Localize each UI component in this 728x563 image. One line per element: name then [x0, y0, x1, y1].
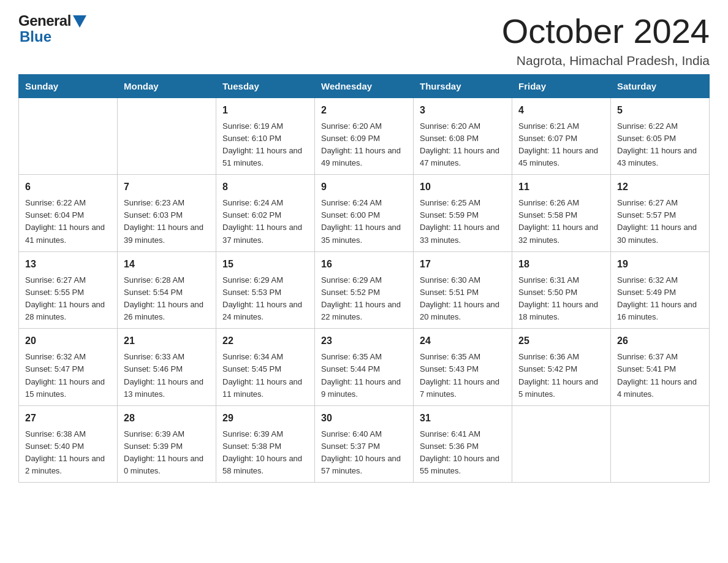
calendar-cell [19, 98, 118, 175]
day-number: 28 [124, 411, 210, 426]
day-info: Sunrise: 6:22 AMSunset: 6:05 PMDaylight:… [617, 120, 703, 170]
day-info: Sunrise: 6:23 AMSunset: 6:03 PMDaylight:… [124, 197, 210, 247]
calendar-cell: 16Sunrise: 6:29 AMSunset: 5:52 PMDayligh… [315, 251, 414, 329]
day-number: 13 [25, 257, 111, 272]
logo-blue-text: Blue [20, 28, 51, 45]
logo-general-text: General [18, 12, 71, 29]
day-info: Sunrise: 6:32 AMSunset: 5:47 PMDaylight:… [25, 351, 111, 400]
day-number: 27 [25, 411, 111, 426]
calendar-cell: 5Sunrise: 6:22 AMSunset: 6:05 PMDaylight… [611, 98, 710, 175]
day-number: 23 [321, 334, 407, 348]
day-info: Sunrise: 6:39 AMSunset: 5:38 PMDaylight:… [222, 428, 308, 478]
header-day-thursday: Thursday [414, 74, 512, 98]
calendar-cell: 29Sunrise: 6:39 AMSunset: 5:38 PMDayligh… [216, 405, 315, 483]
calendar-cell: 6Sunrise: 6:22 AMSunset: 6:04 PMDaylight… [19, 175, 118, 252]
week-row-3: 13Sunrise: 6:27 AMSunset: 5:55 PMDayligh… [19, 251, 710, 329]
day-number: 4 [518, 103, 604, 118]
calendar-cell: 7Sunrise: 6:23 AMSunset: 6:03 PMDaylight… [118, 175, 216, 252]
calendar-cell: 28Sunrise: 6:39 AMSunset: 5:39 PMDayligh… [118, 405, 216, 483]
calendar-cell: 20Sunrise: 6:32 AMSunset: 5:47 PMDayligh… [19, 329, 118, 406]
day-info: Sunrise: 6:33 AMSunset: 5:46 PMDaylight:… [124, 351, 210, 400]
week-row-1: 1Sunrise: 6:19 AMSunset: 6:10 PMDaylight… [19, 98, 710, 175]
calendar-header: SundayMondayTuesdayWednesdayThursdayFrid… [19, 74, 710, 98]
calendar-cell: 2Sunrise: 6:20 AMSunset: 6:09 PMDaylight… [315, 98, 414, 175]
day-number: 21 [124, 334, 210, 348]
calendar-cell: 3Sunrise: 6:20 AMSunset: 6:08 PMDaylight… [414, 98, 512, 175]
day-info: Sunrise: 6:30 AMSunset: 5:51 PMDaylight:… [420, 274, 506, 324]
logo: General Blue [18, 12, 86, 45]
day-info: Sunrise: 6:41 AMSunset: 5:36 PMDaylight:… [420, 428, 506, 478]
calendar-cell: 24Sunrise: 6:35 AMSunset: 5:43 PMDayligh… [414, 329, 512, 406]
calendar-cell: 8Sunrise: 6:24 AMSunset: 6:02 PMDaylight… [216, 175, 315, 252]
day-info: Sunrise: 6:20 AMSunset: 6:09 PMDaylight:… [321, 120, 407, 170]
day-info: Sunrise: 6:29 AMSunset: 5:53 PMDaylight:… [222, 274, 308, 324]
calendar-cell: 27Sunrise: 6:38 AMSunset: 5:40 PMDayligh… [19, 405, 118, 483]
day-info: Sunrise: 6:21 AMSunset: 6:07 PMDaylight:… [518, 120, 604, 170]
day-info: Sunrise: 6:36 AMSunset: 5:42 PMDaylight:… [518, 351, 604, 400]
week-row-5: 27Sunrise: 6:38 AMSunset: 5:40 PMDayligh… [19, 405, 710, 483]
day-number: 26 [617, 334, 703, 348]
day-info: Sunrise: 6:32 AMSunset: 5:49 PMDaylight:… [617, 274, 703, 324]
header-row: SundayMondayTuesdayWednesdayThursdayFrid… [19, 74, 710, 98]
calendar-cell: 17Sunrise: 6:30 AMSunset: 5:51 PMDayligh… [414, 251, 512, 329]
calendar-cell: 30Sunrise: 6:40 AMSunset: 5:37 PMDayligh… [315, 405, 414, 483]
day-info: Sunrise: 6:27 AMSunset: 5:57 PMDaylight:… [617, 197, 703, 247]
location-subtitle: Nagrota, Himachal Pradesh, India [502, 53, 710, 68]
day-number: 10 [420, 180, 506, 194]
calendar-cell: 9Sunrise: 6:24 AMSunset: 6:00 PMDaylight… [315, 175, 414, 252]
day-number: 29 [222, 411, 308, 426]
day-info: Sunrise: 6:34 AMSunset: 5:45 PMDaylight:… [222, 351, 308, 400]
day-info: Sunrise: 6:40 AMSunset: 5:37 PMDaylight:… [321, 428, 407, 478]
calendar-cell: 12Sunrise: 6:27 AMSunset: 5:57 PMDayligh… [611, 175, 710, 252]
calendar-cell [512, 405, 611, 483]
day-number: 20 [25, 334, 111, 348]
day-info: Sunrise: 6:19 AMSunset: 6:10 PMDaylight:… [222, 120, 308, 170]
day-info: Sunrise: 6:31 AMSunset: 5:50 PMDaylight:… [518, 274, 604, 324]
svg-marker-0 [73, 15, 86, 28]
day-info: Sunrise: 6:38 AMSunset: 5:40 PMDaylight:… [25, 428, 111, 478]
week-row-4: 20Sunrise: 6:32 AMSunset: 5:47 PMDayligh… [19, 329, 710, 406]
header-day-wednesday: Wednesday [315, 74, 414, 98]
header-day-tuesday: Tuesday [216, 74, 315, 98]
day-number: 15 [222, 257, 308, 272]
day-number: 16 [321, 257, 407, 272]
day-number: 1 [222, 103, 308, 118]
page-header: General Blue October 2024 Nagrota, Himac… [18, 12, 710, 68]
calendar-cell: 26Sunrise: 6:37 AMSunset: 5:41 PMDayligh… [611, 329, 710, 406]
day-info: Sunrise: 6:35 AMSunset: 5:44 PMDaylight:… [321, 351, 407, 400]
day-info: Sunrise: 6:22 AMSunset: 6:04 PMDaylight:… [25, 197, 111, 247]
day-number: 24 [420, 334, 506, 348]
day-info: Sunrise: 6:37 AMSunset: 5:41 PMDaylight:… [617, 351, 703, 400]
calendar-cell: 21Sunrise: 6:33 AMSunset: 5:46 PMDayligh… [118, 329, 216, 406]
day-number: 30 [321, 411, 407, 426]
day-info: Sunrise: 6:25 AMSunset: 5:59 PMDaylight:… [420, 197, 506, 247]
day-number: 8 [222, 180, 308, 194]
day-number: 31 [420, 411, 506, 426]
day-info: Sunrise: 6:28 AMSunset: 5:54 PMDaylight:… [124, 274, 210, 324]
header-day-monday: Monday [118, 74, 216, 98]
day-info: Sunrise: 6:27 AMSunset: 5:55 PMDaylight:… [25, 274, 111, 324]
calendar-cell: 25Sunrise: 6:36 AMSunset: 5:42 PMDayligh… [512, 329, 611, 406]
day-info: Sunrise: 6:26 AMSunset: 5:58 PMDaylight:… [518, 197, 604, 247]
day-number: 6 [25, 180, 111, 194]
calendar-cell [118, 98, 216, 175]
title-block: October 2024 Nagrota, Himachal Pradesh, … [502, 12, 710, 68]
logo-arrow-icon [73, 15, 86, 28]
header-day-friday: Friday [512, 74, 611, 98]
calendar-body: 1Sunrise: 6:19 AMSunset: 6:10 PMDaylight… [19, 98, 710, 483]
calendar-cell: 22Sunrise: 6:34 AMSunset: 5:45 PMDayligh… [216, 329, 315, 406]
calendar-cell: 4Sunrise: 6:21 AMSunset: 6:07 PMDaylight… [512, 98, 611, 175]
calendar-cell: 23Sunrise: 6:35 AMSunset: 5:44 PMDayligh… [315, 329, 414, 406]
day-number: 25 [518, 334, 604, 348]
calendar-cell [611, 405, 710, 483]
day-number: 19 [617, 257, 703, 272]
day-number: 17 [420, 257, 506, 272]
day-number: 2 [321, 103, 407, 118]
calendar-cell: 15Sunrise: 6:29 AMSunset: 5:53 PMDayligh… [216, 251, 315, 329]
day-number: 14 [124, 257, 210, 272]
month-year-title: October 2024 [502, 12, 710, 50]
calendar-cell: 19Sunrise: 6:32 AMSunset: 5:49 PMDayligh… [611, 251, 710, 329]
calendar-cell: 31Sunrise: 6:41 AMSunset: 5:36 PMDayligh… [414, 405, 512, 483]
day-info: Sunrise: 6:24 AMSunset: 6:00 PMDaylight:… [321, 197, 407, 247]
day-info: Sunrise: 6:20 AMSunset: 6:08 PMDaylight:… [420, 120, 506, 170]
